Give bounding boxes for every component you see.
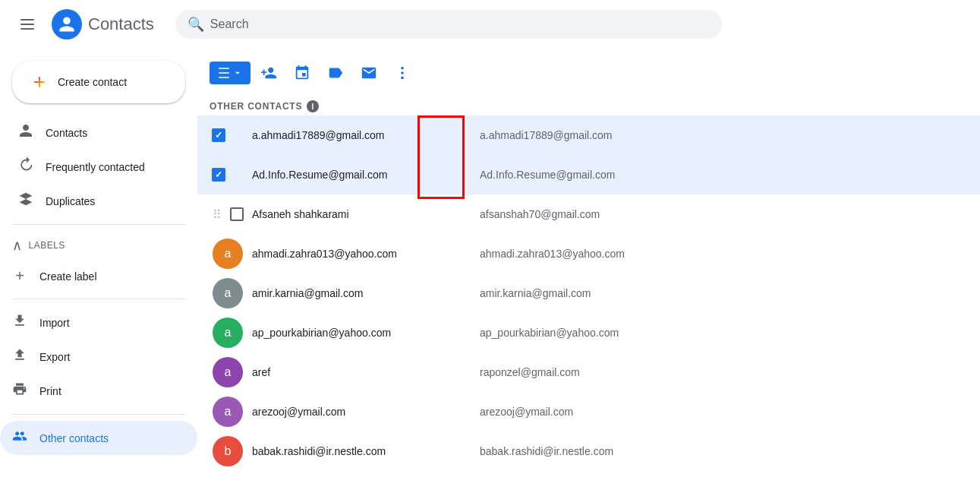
svg-rect-2 [20, 28, 34, 30]
contact-email: arezooj@ymail.com [480, 406, 573, 418]
checkbox-wrap [228, 205, 246, 223]
row-left: a [210, 397, 252, 427]
row-left: a [210, 239, 252, 269]
sidebar-item-create-label[interactable]: + Create label [0, 260, 197, 292]
hamburger-button[interactable] [12, 9, 43, 40]
print-label: Print [39, 385, 61, 397]
toolbar [197, 49, 980, 94]
sidebar-divider-1 [12, 224, 185, 225]
contact-info: a.ahmadi17889@gmail.com a.ahmadi17889@gm… [252, 129, 968, 141]
labels-toggle[interactable]: ∧ [12, 237, 23, 254]
content-area: Other Contacts i a.ahmadi17889@gmail.com… [197, 49, 980, 493]
checkbox-wrap [210, 126, 228, 144]
contact-row[interactable]: a ahmadi.zahra013@yahoo.com ahmadi.zahra… [197, 234, 980, 273]
contact-name: ap_pourkabirian@yahoo.com [252, 327, 480, 339]
add-label-icon: + [12, 267, 27, 285]
svg-point-5 [401, 77, 404, 80]
create-contact-button[interactable]: Create contact [12, 61, 185, 103]
select-all-button[interactable] [210, 62, 251, 84]
svg-point-4 [401, 71, 404, 74]
contact-name: arezooj@ymail.com [252, 406, 480, 418]
export-label: Export [39, 351, 70, 363]
avatar: a [213, 239, 243, 269]
checkbox-wrap [210, 166, 228, 184]
contact-info: arezooj@ymail.com arezooj@ymail.com [252, 406, 968, 418]
contact-name: amir.karnia@gmail.com [252, 287, 480, 299]
app-avatar [52, 9, 82, 40]
contact-row[interactable]: a ap_pourkabirian@yahoo.com ap_pourkabir… [197, 313, 980, 352]
contact-name: ahmadi.zahra013@yahoo.com [252, 248, 480, 260]
section-label-text: Other Contacts [210, 101, 302, 112]
contact-name: babak.rashidi@ir.nestle.com [252, 445, 480, 457]
labels-section-header: ∧ Labels [0, 231, 197, 260]
sidebar-item-duplicates[interactable]: Duplicates [6, 184, 191, 218]
labels-label: Labels [29, 240, 65, 251]
contact-row[interactable]: b babak.rashidi@ir.nestle.com babak.rash… [197, 431, 980, 471]
row-left [210, 166, 252, 184]
contact-checkbox[interactable] [212, 168, 225, 182]
info-icon: i [307, 100, 319, 112]
merge-fix-button[interactable] [287, 58, 317, 88]
search-bar: 🔍 [175, 10, 722, 39]
sidebar-item-other-contacts[interactable]: Other contacts [0, 421, 197, 455]
contact-row[interactable]: a arezooj@ymail.com arezooj@ymail.com [197, 392, 980, 431]
sidebar-contacts-label: Contacts [46, 127, 87, 139]
import-icon [12, 313, 27, 332]
add-to-contacts-button[interactable] [254, 58, 284, 88]
sidebar: Create contact Contacts Frequently conta… [0, 49, 197, 493]
contact-name: a.ahmadi17889@gmail.com [252, 129, 480, 141]
other-contacts-label: Other contacts [39, 432, 109, 444]
contact-row[interactable]: a aref raponzel@gmail.com [197, 352, 980, 392]
contact-email: raponzel@gmail.com [480, 366, 580, 378]
sidebar-item-export[interactable]: Export [0, 340, 197, 374]
other-contacts-icon [12, 428, 27, 447]
sidebar-nav: Contacts Frequently contacted Duplicates [0, 115, 197, 218]
sidebar-frequently-label: Frequently contacted [46, 161, 145, 173]
search-icon: 🔍 [187, 16, 204, 33]
send-email-button[interactable] [354, 58, 384, 88]
search-input[interactable] [210, 17, 710, 31]
top-bar: Contacts 🔍 [0, 0, 980, 49]
contact-info: ahmadi.zahra013@yahoo.com ahmadi.zahra01… [252, 248, 968, 260]
contacts-table: a.ahmadi17889@gmail.com a.ahmadi17889@gm… [197, 115, 980, 471]
contact-info: amir.karnia@gmail.com amir.karnia@gmail.… [252, 287, 968, 299]
contact-email: babak.rashidi@ir.nestle.com [480, 445, 613, 457]
sidebar-divider-3 [12, 414, 185, 415]
contact-info: Ad.Info.Resume@gmail.com Ad.Info.Resume@… [252, 169, 968, 181]
contact-name: Afsaneh shahkarami [252, 208, 480, 220]
drag-handle-icon: ⠿ [210, 207, 225, 222]
svg-rect-1 [20, 24, 34, 25]
contact-email: a.ahmadi17889@gmail.com [480, 129, 613, 141]
contact-checkbox[interactable] [230, 207, 244, 221]
create-contact-label: Create contact [58, 76, 127, 88]
contact-name: aref [252, 366, 480, 378]
sidebar-item-frequently[interactable]: Frequently contacted [6, 150, 191, 184]
avatar: a [213, 357, 243, 387]
export-icon [12, 347, 27, 366]
contact-row[interactable]: a.ahmadi17889@gmail.com a.ahmadi17889@gm… [197, 115, 980, 155]
contact-email: amir.karnia@gmail.com [480, 287, 591, 299]
row-left: a [210, 318, 252, 348]
sidebar-item-contacts[interactable]: Contacts [6, 115, 191, 150]
contact-checkbox[interactable] [212, 128, 225, 142]
label-button[interactable] [320, 58, 351, 88]
contact-row[interactable]: ⠿ Afsaneh shahkarami afsanshah70@gmail.c… [197, 194, 980, 234]
sidebar-item-print[interactable]: Print [0, 374, 197, 408]
print-icon [12, 381, 27, 400]
sidebar-item-import[interactable]: Import [0, 305, 197, 340]
contact-info: Afsaneh shahkarami afsanshah70@gmail.com [252, 208, 968, 220]
contact-email: afsanshah70@gmail.com [480, 208, 600, 220]
row-left [210, 126, 252, 144]
row-left: a [210, 278, 252, 308]
contact-row[interactable]: a amir.karnia@gmail.com amir.karnia@gmai… [197, 273, 980, 313]
app-logo[interactable]: Contacts [52, 9, 154, 40]
history-icon [18, 157, 33, 176]
svg-point-3 [401, 67, 404, 70]
layers-icon [18, 191, 33, 210]
row-left: a [210, 357, 252, 387]
sidebar-divider-2 [12, 299, 185, 299]
contact-row[interactable]: Ad.Info.Resume@gmail.com Ad.Info.Resume@… [197, 155, 980, 194]
avatar: b [213, 436, 243, 466]
more-options-button[interactable] [387, 58, 418, 88]
svg-rect-0 [20, 19, 34, 21]
